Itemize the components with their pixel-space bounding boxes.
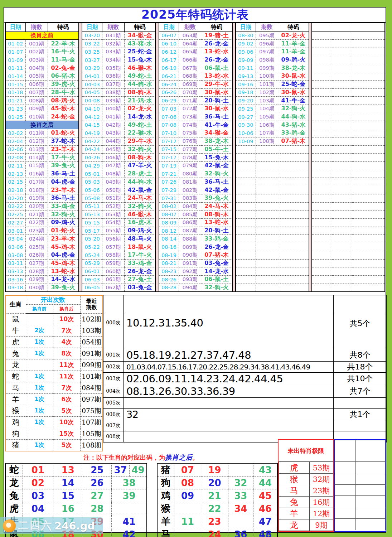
empty-cell bbox=[312, 154, 332, 162]
stats-header-recent-line1: 最近 bbox=[81, 298, 103, 304]
column-gap bbox=[79, 23, 82, 292]
code-cell bbox=[278, 162, 309, 170]
date-cell: 03-04 bbox=[5, 235, 25, 243]
empty-cell bbox=[352, 80, 385, 88]
empty-row bbox=[312, 276, 385, 284]
missing-limits-table: 虎53期猴32期马23期兔16期羊12期龙9期 bbox=[279, 462, 333, 531]
period-cell: 072期 bbox=[179, 105, 201, 113]
limit-row: 虎53期 bbox=[279, 462, 333, 474]
code-cell: 07-猪-木 bbox=[201, 251, 232, 259]
date-cell: 04-15 bbox=[82, 121, 102, 129]
empty-cell bbox=[332, 56, 352, 64]
period-cell bbox=[256, 154, 278, 162]
stats-zodiac-cell: 龙 bbox=[5, 359, 26, 371]
draw-row: 09-25104期32-狗-火 bbox=[236, 105, 309, 113]
date-cell: 02-22 bbox=[5, 202, 25, 211]
stats-row: 兔1次8次091期 bbox=[5, 348, 103, 359]
zodiac-map-row: 猪071943 bbox=[157, 463, 277, 476]
code-cell: 25-蛇-金 bbox=[278, 80, 309, 88]
draw-row: 02-02011期01-蛇-火 bbox=[5, 129, 79, 137]
code-cell: 02-龙-火 bbox=[124, 105, 155, 113]
missing-limits-box: 未出特肖极限 虎53期猴32期马23期兔16期羊12期龙9期 bbox=[278, 439, 334, 532]
zodiac-number-cell: 15 bbox=[53, 489, 83, 502]
code-cell: 46-猴-木 bbox=[124, 64, 155, 72]
code-cell: 20-狗-土 bbox=[201, 227, 232, 235]
frequency-row: 002次01.03.04.07.15.16.17.20.22.25.28.29.… bbox=[103, 362, 387, 373]
zodiac-number-cell: 01 bbox=[23, 463, 53, 476]
date-cell: 03-16 bbox=[5, 276, 25, 284]
limit-period-cell: 23期 bbox=[310, 485, 333, 497]
date-cell: 07-10 bbox=[159, 129, 179, 137]
period-cell: 108期 bbox=[256, 137, 278, 145]
empty-cell bbox=[332, 219, 352, 227]
frequency-row: 001次05.18.19.21.27.37.47.48共8个 bbox=[103, 349, 387, 362]
date-cell: 05-06 bbox=[82, 186, 102, 194]
empty-cell bbox=[312, 32, 332, 40]
zodiac-number-cell: 48 bbox=[253, 528, 277, 537]
code-cell: 30-鼠-水 bbox=[278, 72, 309, 81]
zodiac-map-right-body: 猪071943狗08203244鸡09213345猴223446羊112347马… bbox=[157, 463, 277, 537]
blue-grid-row bbox=[335, 484, 386, 496]
frequency-label-cell: 005次 bbox=[103, 398, 124, 409]
draw-row: 04-15042期49-蛇-土 bbox=[82, 121, 155, 129]
code-cell: 42-鼠-金 bbox=[201, 162, 232, 170]
draw-row: 08-23092期14-龙-水 bbox=[159, 267, 232, 276]
code-cell: 45-鸡-木 bbox=[48, 259, 79, 267]
period-cell: 006期 bbox=[25, 80, 48, 88]
draw-row: 08-30095期02-龙-火 bbox=[236, 32, 309, 40]
code-cell: 16-虎-木 bbox=[124, 219, 155, 227]
code-cell: 49-蛇-土 bbox=[124, 72, 155, 81]
empty-cell bbox=[332, 80, 352, 88]
stats-zodiac-cell: 鼠 bbox=[5, 313, 26, 325]
draw-row: 08-21091期03-兔-金 bbox=[159, 259, 232, 267]
empty-cell bbox=[312, 129, 332, 137]
date-cell: 07-29 bbox=[159, 186, 179, 194]
zodiac-number-cell bbox=[111, 502, 147, 515]
code-cell: 09-鸡-火 bbox=[124, 227, 155, 235]
period-cell: 065期 bbox=[179, 48, 201, 56]
code-cell: 32-狗-火 bbox=[278, 105, 309, 113]
date-cell: 05-24 bbox=[82, 251, 102, 259]
date-cell: 05-15 bbox=[82, 219, 102, 227]
code-cell: 11-羊-金 bbox=[278, 48, 309, 56]
frequency-numbers-cell: 02.06.09.11.14.23.24.42.44.45 bbox=[124, 373, 334, 385]
blue-grid-cell bbox=[335, 484, 356, 496]
date-cell: 04-10 bbox=[82, 105, 102, 113]
period-cell: 033期 bbox=[102, 48, 124, 56]
code-cell: 07-猪-木 bbox=[278, 137, 309, 145]
draw-row: 07-08074期41-牛-金 bbox=[159, 121, 232, 129]
empty-cell bbox=[352, 72, 385, 81]
code-cell: 46-猴-木 bbox=[124, 211, 155, 219]
period-cell bbox=[256, 243, 278, 251]
stats-after-cell: 6次 bbox=[53, 394, 80, 405]
period-cell: 085期 bbox=[179, 211, 201, 219]
date-cell: 08-19 bbox=[159, 251, 179, 259]
draw-row: 05-15054期16-虎-木 bbox=[82, 219, 155, 227]
draw-row bbox=[236, 284, 309, 292]
stats-header-after: 换肖后 bbox=[53, 304, 80, 313]
period-cell: 069期 bbox=[179, 80, 201, 88]
date-cell: 06-19 bbox=[159, 64, 179, 72]
empty-row bbox=[312, 129, 385, 137]
code-cell bbox=[278, 251, 309, 259]
empty-row bbox=[312, 178, 385, 186]
code-cell: 28-牛-水 bbox=[48, 88, 79, 97]
code-cell: 22-猴-水 bbox=[124, 129, 155, 137]
date-cell: 08-12 bbox=[159, 227, 179, 235]
period-cell: 099期 bbox=[256, 64, 278, 72]
code-cell: 02-兔-金 bbox=[48, 64, 79, 72]
date-cell: 02-04 bbox=[5, 137, 25, 145]
date-cell: 02-20 bbox=[5, 194, 25, 202]
period-cell: 106期 bbox=[256, 121, 278, 129]
date-cell: 08-30 bbox=[236, 32, 256, 40]
empty-cell bbox=[352, 97, 385, 105]
empty-cell bbox=[312, 194, 332, 202]
date-cell: 10-06 bbox=[236, 129, 256, 137]
stats-row: 猪1次5次108期 bbox=[5, 440, 103, 451]
period-cell: 021期 bbox=[25, 211, 48, 219]
stats-recent-cell: 099期 bbox=[80, 359, 103, 371]
draw-row: 05-13053期46-猴-木 bbox=[82, 211, 155, 219]
date-cell: 01-14 bbox=[5, 72, 25, 81]
period-cell: 066期 bbox=[179, 56, 201, 64]
date-cell: 09-02 bbox=[236, 40, 256, 48]
